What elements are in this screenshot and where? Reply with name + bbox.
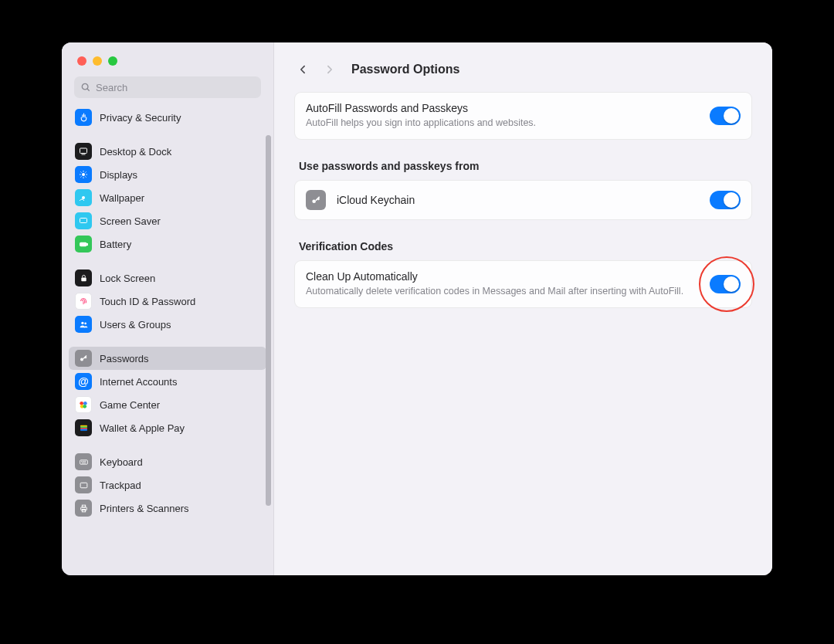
sidebar-item-displays[interactable]: Displays (69, 163, 266, 186)
svg-line-1 (87, 89, 90, 91)
game-center-icon (75, 396, 92, 413)
keyboard-icon (75, 453, 92, 470)
search-field[interactable] (74, 76, 261, 98)
svg-line-9 (80, 171, 81, 172)
svg-rect-16 (86, 243, 87, 245)
icloud-keychain-label: iCloud Keychain (337, 194, 699, 206)
sidebar-item-wallet[interactable]: Wallet & Apple Pay (69, 416, 266, 439)
sidebar-item-label: Wallet & Apple Pay (100, 422, 185, 434)
sidebar-item-privacy-security[interactable]: Privacy & Security (69, 106, 266, 129)
users-icon (75, 316, 92, 333)
svg-point-0 (82, 83, 88, 90)
trackpad-icon (75, 476, 92, 493)
svg-point-13 (82, 196, 85, 199)
forward-button[interactable] (322, 60, 336, 79)
displays-icon (75, 166, 92, 183)
key-icon (75, 350, 92, 367)
sidebar-item-wallpaper[interactable]: Wallpaper (69, 186, 266, 209)
sidebar-item-label: Touch ID & Password (100, 296, 195, 307)
scrollbar-thumb[interactable] (266, 135, 271, 506)
sidebar-item-label: Printers & Scanners (100, 503, 189, 514)
sidebar-item-printers[interactable]: Printers & Scanners (69, 497, 266, 520)
wallet-icon (75, 419, 92, 436)
wallpaper-icon (75, 189, 92, 206)
svg-line-11 (80, 177, 81, 178)
svg-point-4 (82, 173, 85, 176)
svg-point-32 (81, 461, 82, 462)
window-controls (62, 42, 273, 66)
sidebar-item-lock-screen[interactable]: Lock Screen (69, 266, 266, 290)
cleanup-title: Clean Up Automatically (306, 270, 699, 283)
annotation-highlight (710, 275, 741, 293)
svg-point-24 (83, 405, 86, 408)
printer-icon (75, 500, 92, 517)
sidebar-item-keyboard[interactable]: Keyboard (69, 450, 266, 473)
svg-rect-38 (82, 505, 85, 507)
search-input[interactable] (96, 82, 255, 93)
fingerprint-icon (75, 293, 92, 310)
sidebar-item-label: Internet Accounts (100, 376, 177, 388)
sidebar-item-desktop-dock[interactable]: Desktop & Dock (69, 140, 266, 163)
icloud-keychain-toggle[interactable] (710, 191, 741, 209)
sidebar-item-label: Privacy & Security (100, 112, 181, 124)
system-settings-window: Privacy & Security Desktop & Dock Displa… (62, 42, 772, 575)
sidebar-item-label: Game Center (100, 399, 160, 411)
search-icon (80, 82, 91, 93)
lock-screen-icon (75, 269, 92, 286)
use-from-card: iCloud Keychain (294, 180, 752, 220)
desktop-icon (75, 143, 92, 160)
sidebar-item-battery[interactable]: Battery (69, 232, 266, 256)
autofill-card: AutoFill Passwords and Passkeys AutoFill… (294, 92, 752, 140)
svg-point-18 (81, 321, 83, 324)
svg-point-40 (312, 199, 316, 203)
svg-point-20 (80, 358, 83, 361)
svg-rect-17 (81, 277, 86, 281)
sidebar-item-screen-saver[interactable]: Screen Saver (69, 209, 266, 232)
autofill-toggle[interactable] (710, 107, 741, 125)
back-button[interactable] (296, 60, 310, 79)
svg-rect-2 (80, 148, 87, 154)
chevron-left-icon (298, 63, 308, 76)
sidebar-scrollbar[interactable] (263, 42, 273, 575)
sidebar: Privacy & Security Desktop & Dock Displa… (62, 42, 274, 575)
sidebar-item-label: Passwords (100, 353, 149, 364)
svg-rect-29 (80, 429, 87, 430)
sidebar-item-label: Battery (100, 239, 131, 250)
svg-rect-30 (80, 459, 87, 463)
cleanup-toggle[interactable] (710, 275, 741, 293)
sidebar-list: Privacy & Security Desktop & Dock Displa… (62, 104, 273, 575)
svg-rect-39 (82, 509, 85, 511)
screen-saver-icon (75, 212, 92, 229)
sidebar-item-label: Keyboard (100, 456, 143, 468)
cleanup-subtitle: Automatically delete verification codes … (306, 285, 699, 298)
page-title: Password Options (351, 63, 459, 76)
svg-point-19 (84, 322, 86, 324)
sidebar-item-trackpad[interactable]: Trackpad (69, 473, 266, 497)
svg-point-34 (83, 461, 84, 462)
svg-point-35 (85, 461, 86, 462)
battery-icon (75, 236, 92, 253)
svg-line-12 (86, 171, 86, 172)
sidebar-item-internet-accounts[interactable]: @ Internet Accounts (69, 370, 266, 393)
svg-line-10 (86, 177, 86, 178)
sidebar-item-label: Trackpad (100, 480, 141, 491)
zoom-window-button[interactable] (108, 56, 117, 66)
svg-rect-14 (80, 219, 87, 223)
hand-privacy-icon (75, 109, 92, 126)
main-content: Password Options AutoFill Passwords and … (274, 42, 772, 575)
header: Password Options (274, 42, 772, 84)
sidebar-item-label: Displays (100, 169, 137, 181)
verification-card: Clean Up Automatically Automatically del… (294, 260, 752, 308)
verification-heading: Verification Codes (299, 240, 748, 253)
close-window-button[interactable] (77, 56, 86, 66)
sidebar-item-touch-id[interactable]: Touch ID & Password (69, 290, 266, 313)
sidebar-item-passwords[interactable]: Passwords (69, 347, 266, 370)
use-from-heading: Use passwords and passkeys from (299, 160, 748, 172)
svg-point-33 (83, 461, 83, 462)
sidebar-item-label: Wallpaper (100, 192, 144, 204)
key-icon (306, 190, 326, 210)
minimize-window-button[interactable] (93, 56, 102, 66)
sidebar-item-users-groups[interactable]: Users & Groups (69, 313, 266, 336)
sidebar-item-game-center[interactable]: Game Center (69, 393, 266, 416)
sidebar-item-label: Screen Saver (100, 215, 161, 227)
